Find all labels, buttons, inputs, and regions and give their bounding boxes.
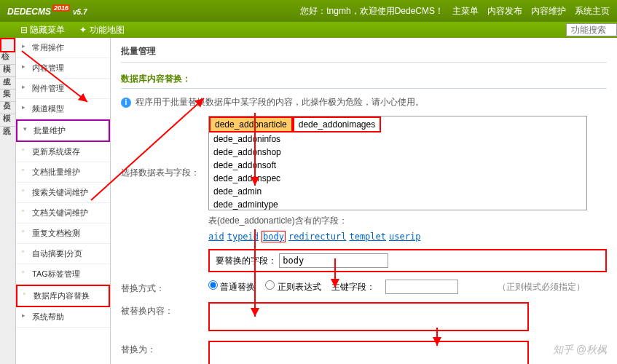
sidebar-item[interactable]: 重复文档检测 (16, 223, 110, 244)
vertical-tabs: 核心 模块 生成 采集 会员 模板 系统 (0, 38, 16, 364)
method-hint: （正则模式必须指定） (498, 281, 585, 293)
menu-home[interactable]: 系统主页 (575, 5, 610, 17)
field-link[interactable]: typeid (227, 232, 259, 242)
vtab-core[interactable]: 核心 (0, 38, 15, 52)
toolbar: ⊟ 隐藏菜单 ✦ 功能地图 (0, 22, 617, 38)
sidebar-item[interactable]: 内容管理 (16, 58, 110, 79)
method-regex-radio[interactable]: 正则表达式 (265, 280, 321, 293)
replace-field-input[interactable] (279, 253, 388, 268)
source-label: 被替换内容： (121, 302, 208, 317)
logo: DEDECMS2016v5.7 (7, 4, 87, 17)
table-option[interactable]: dede_addonarticle (209, 116, 293, 132)
menu-main[interactable]: 主菜单 (452, 5, 479, 17)
sidebar-item[interactable]: 更新系统缓存 (16, 142, 110, 162)
sidebar-item[interactable]: 附件管理 (16, 79, 110, 99)
topbar: DEDECMS2016v5.7 您好：tngmh，欢迎使用DedeCMS！ 主菜… (0, 0, 617, 22)
menu-maintain[interactable]: 内容维护 (531, 5, 566, 17)
sidebar-item[interactable]: 文档关键词维护 (16, 203, 110, 223)
sidebar-item[interactable]: 系统帮助 (16, 307, 110, 328)
field-link[interactable]: templet (349, 232, 386, 242)
info-icon: i (121, 98, 131, 108)
target-textarea[interactable] (208, 341, 529, 364)
field-link[interactable]: body (262, 231, 286, 242)
sidebar-item[interactable]: 自动摘要|分页 (16, 244, 110, 264)
info-text: 程序用于批量替换数据库中某字段的内容，此操作极为危险，请小心使用。 (135, 96, 424, 108)
watermark: 知乎 @秋枫 (553, 344, 607, 357)
field-link[interactable]: userip (389, 232, 420, 242)
target-label: 替换为： (121, 341, 208, 356)
sidebar-item[interactable]: 数据库内容替换 (16, 285, 110, 307)
vtab-generate[interactable]: 生成 (0, 65, 15, 77)
table-option[interactable]: dede_addonsoft (209, 159, 586, 172)
field-links: aidtypeidbodyredirecturltempletuserip (208, 232, 607, 242)
vtab-system[interactable]: 系统 (0, 114, 15, 127)
sidebar-item[interactable]: 批量维护 (16, 119, 110, 142)
sidebar-item[interactable]: 频道模型 (16, 99, 110, 119)
replace-field-label: 要替换的字段： (216, 256, 277, 266)
vtab-module[interactable]: 模块 (0, 52, 15, 65)
field-link[interactable]: aid (208, 232, 224, 242)
sitemap-link[interactable]: ✦ 功能地图 (79, 24, 124, 36)
field-link[interactable]: redirecturl (288, 232, 346, 242)
table-select[interactable]: dede_addonarticledede_addonimagesdede_ad… (208, 116, 587, 210)
info-row: i 程序用于批量替换数据库中某字段的内容，此操作极为危险，请小心使用。 (121, 96, 607, 108)
table-select-label: 选择数据表与字段： (121, 116, 208, 179)
table-option[interactable]: dede_addonspec (209, 172, 586, 185)
method-normal-radio[interactable]: 普通替换 (208, 280, 255, 293)
menu-publish[interactable]: 内容发布 (487, 5, 522, 17)
sidebar-item[interactable]: 文档批量维护 (16, 162, 110, 183)
method-key-label: 主键字段： (331, 281, 375, 293)
sidebar-item[interactable]: 常用操作 (16, 38, 110, 58)
vtab-template[interactable]: 模板 (0, 102, 15, 114)
function-search-input[interactable] (566, 23, 617, 36)
method-key-input[interactable] (385, 280, 458, 294)
table-option[interactable]: dede_admin (209, 185, 586, 198)
sidebar: 常用操作内容管理附件管理频道模型批量维护更新系统缓存文档批量维护搜索关键词维护文… (16, 38, 111, 364)
vtab-collect[interactable]: 采集 (0, 77, 15, 90)
sidebar-item[interactable]: TAG标签管理 (16, 264, 110, 285)
vtab-member[interactable]: 会员 (0, 90, 15, 102)
table-option[interactable]: dede_addonshop (209, 146, 586, 159)
source-textarea[interactable] (208, 302, 529, 331)
table-option[interactable]: dede_addoninfos (209, 132, 586, 146)
sidebar-item[interactable]: 搜索关键词维护 (16, 183, 110, 203)
table-option[interactable]: dede_addonimages (293, 116, 381, 132)
welcome-text: 您好：tngmh，欢迎使用DedeCMS！ (300, 5, 444, 17)
section-title: 数据库内容替换： (121, 70, 607, 89)
fields-prefix: 表(dede_addonarticle)含有的字段： (208, 215, 607, 227)
main-content: 批量管理 数据库内容替换： i 程序用于批量替换数据库中某字段的内容，此操作极为… (111, 38, 617, 364)
method-label: 替换方式： (121, 280, 208, 295)
hide-menu-link[interactable]: ⊟ 隐藏菜单 (20, 24, 65, 36)
page-title: 批量管理 (121, 45, 607, 63)
top-right: 您好：tngmh，欢迎使用DedeCMS！ 主菜单 内容发布 内容维护 系统主页 (300, 5, 610, 17)
table-option[interactable]: dede_admintype (209, 198, 586, 210)
